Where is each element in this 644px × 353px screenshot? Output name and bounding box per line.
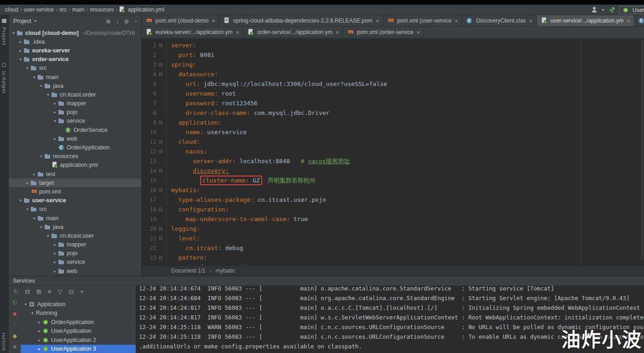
editor-tab[interactable]: pom.xml (user-service×	[383, 15, 462, 26]
project-tree-row[interactable]: ▸target	[9, 178, 141, 187]
tree-chevron-icon[interactable]: ▸	[52, 110, 58, 114]
editor-tab[interactable]: spring-cloud-alibaba-dependencies-2.2.6.…	[219, 15, 383, 26]
tree-chevron-icon[interactable]: ▸	[36, 338, 42, 342]
editor-tab[interactable]: order-service/.../application.ym×	[243, 27, 343, 38]
fold-marker-icon[interactable]: ⊟	[156, 255, 165, 260]
code-line[interactable]: mybatis:	[171, 185, 644, 195]
editor-tab[interactable]: eureka-server/.../application.ym×	[142, 27, 243, 38]
profile-icon[interactable]	[591, 6, 598, 13]
code-line[interactable]: pattern:	[171, 253, 644, 262]
tree-chevron-icon[interactable]: ▸	[52, 242, 58, 247]
fold-marker-icon[interactable]: ⊟	[156, 226, 165, 231]
project-tree-row[interactable]: ▾java	[9, 81, 141, 90]
project-tree-row[interactable]: ▾resources	[9, 152, 141, 161]
close-tab-icon[interactable]: ×	[417, 29, 420, 36]
breadcrumb-item[interactable]: user-service	[23, 6, 55, 13]
project-tree-row[interactable]: ▸eureka-server	[9, 46, 141, 55]
code-line[interactable]: driver-class-name: com.mysql.jdbc.Driver	[171, 108, 644, 118]
filter-icon[interactable]: ▽	[58, 289, 62, 295]
editor-tab[interactable]: pom.xml (order-service×	[343, 27, 424, 38]
tree-chevron-icon[interactable]: ▸	[36, 347, 42, 351]
editor-tab[interactable]: pom.xml (cloud-demo×	[142, 15, 219, 26]
close-tab-icon[interactable]: ×	[376, 17, 380, 24]
hide-panel-icon[interactable]: −	[134, 18, 138, 24]
fold-marker-icon[interactable]: ⊟	[156, 168, 165, 173]
service-tree-row[interactable]: ▸OrderApplication	[21, 318, 136, 327]
tree-chevron-icon[interactable]: ▸	[52, 137, 58, 141]
project-tree-row[interactable]: OrderService	[9, 125, 141, 134]
code-line[interactable]: logging:	[171, 224, 644, 233]
project-tree-row[interactable]: ▾service	[9, 117, 141, 125]
build-hammer-icon[interactable]	[609, 7, 615, 13]
project-tree-row[interactable]: ▸.idea	[9, 37, 141, 46]
project-tree[interactable]: ▾cloud [cloud-demo]~/Desktop/code/OTHI▸.…	[9, 27, 142, 276]
code-line[interactable]: cn.itcast: debug	[171, 243, 644, 253]
breadcrumb-item[interactable]: resources	[88, 6, 115, 13]
rerun-icon[interactable]: ↻	[13, 289, 18, 295]
tool-button-helper[interactable]: ic-helper	[1, 71, 7, 94]
tree-chevron-icon[interactable]: ▸	[24, 181, 30, 185]
project-tree-row[interactable]: ▾order-service	[9, 55, 141, 64]
project-tree-row[interactable]: pom.xml	[9, 187, 141, 196]
code-line[interactable]: username: root	[171, 89, 644, 98]
breadcrumb-item[interactable]: cloud	[4, 6, 20, 13]
project-panel-title[interactable]: Project	[13, 18, 31, 24]
code-line[interactable]: cloud:	[171, 137, 644, 147]
build-service-icon[interactable]: ◆	[12, 333, 17, 339]
tree-chevron-icon[interactable]: ▾	[23, 302, 29, 307]
service-tree-row[interactable]: ▸UserApplication 3	[21, 345, 136, 353]
service-tree-row[interactable]: ▸UserApplication 2	[21, 336, 136, 345]
fold-marker-icon[interactable]: ⊟	[156, 188, 165, 193]
tree-chevron-icon[interactable]: ▸	[52, 251, 58, 256]
project-tree-row[interactable]: ▾cn.itcast.user	[9, 231, 141, 240]
breadcrumb-item[interactable]: src	[58, 6, 68, 13]
tree-chevron-icon[interactable]: ▸	[17, 48, 23, 53]
project-tree-row[interactable]: application.yml	[9, 161, 141, 170]
locate-file-icon[interactable]: ⊕	[106, 18, 111, 24]
services-title[interactable]: Services	[13, 278, 35, 284]
tree-chevron-icon[interactable]: ▾	[29, 311, 35, 315]
fold-marker-icon[interactable]: ⊟	[156, 149, 165, 154]
code-line[interactable]: type-aliases-package: cn.itcast.user.poj…	[171, 195, 644, 205]
code-line[interactable]: level:	[171, 233, 644, 243]
project-tree-row[interactable]: ▾cloud [cloud-demo]~/Desktop/code/OTHI	[9, 28, 141, 37]
tree-chevron-icon[interactable]: ▾	[31, 216, 37, 221]
code-line[interactable]: port: 8081	[171, 50, 644, 60]
code-line[interactable]: name: userservice	[171, 127, 644, 137]
project-tree-row[interactable]: ▾src	[9, 205, 141, 214]
project-tree-row[interactable]: ▾main	[9, 214, 141, 222]
service-tree-row[interactable]: ▾Application	[21, 300, 136, 309]
tree-chevron-icon[interactable]: ▾	[52, 119, 58, 123]
add-service-icon[interactable]: +	[80, 289, 84, 295]
project-tree-row[interactable]: ▸web	[9, 134, 141, 143]
stop-service-icon[interactable]: ■	[13, 311, 17, 317]
yaml-breadcrumb-item[interactable]: mybatis:	[216, 268, 236, 274]
restart-service-icon[interactable]: ↑	[13, 322, 17, 328]
tree-chevron-icon[interactable]: ▾	[45, 92, 51, 97]
tree-chevron-icon[interactable]: ▾	[17, 57, 23, 62]
project-tree-row[interactable]: ▸service	[9, 258, 141, 267]
run-configuration-selector[interactable]: UserAp	[619, 6, 644, 14]
code-line[interactable]: map-underscore-to-camel-case: true	[171, 214, 644, 224]
services-tree[interactable]: ▾Application▾Running▸OrderApplication▸Us…	[21, 298, 136, 353]
code-line[interactable]: application:	[171, 118, 644, 127]
fold-marker-icon[interactable]: ⊟	[156, 139, 165, 144]
tree-chevron-icon[interactable]: ▾	[11, 31, 17, 35]
close-tab-icon[interactable]: ×	[529, 17, 533, 24]
project-tree-row[interactable]: OrderApplication	[9, 143, 141, 152]
fold-marker-icon[interactable]: ⊟	[156, 72, 165, 77]
view-options-icon[interactable]: ⊡	[69, 289, 74, 295]
code-line[interactable]: datasource:	[171, 69, 644, 79]
tree-chevron-icon[interactable]: ▸	[36, 320, 42, 325]
close-tab-icon[interactable]: ×	[236, 29, 239, 36]
tree-chevron-icon[interactable]: ▸	[52, 269, 58, 273]
close-tab-icon[interactable]: ×	[212, 17, 215, 24]
project-tree-row[interactable]: ▾java	[9, 222, 141, 231]
project-tree-row[interactable]: ▸mapper	[9, 99, 141, 108]
project-tree-row[interactable]: ▾user-service	[9, 196, 141, 205]
project-tree-row[interactable]: ▸web	[9, 267, 141, 275]
tree-chevron-icon[interactable]: ▾	[31, 75, 37, 80]
tree-chevron-icon[interactable]: ▸	[31, 172, 37, 176]
editor-tab[interactable]: UserApplicat	[634, 15, 644, 26]
expand-all-icon[interactable]: ⊞	[36, 289, 41, 295]
